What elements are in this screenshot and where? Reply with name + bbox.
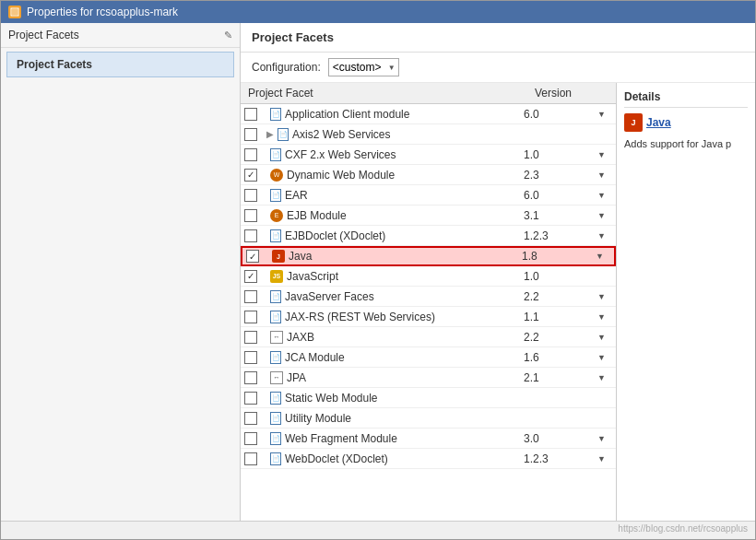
facet-checkbox-webdoclet[interactable] — [244, 452, 257, 465]
facet-label-app-client: Application Client module — [285, 108, 409, 121]
facet-version-dropdown-dynamic-web[interactable]: ▼ — [597, 170, 612, 180]
facet-row-webdoclet[interactable]: 📄 WebDoclet (XDoclet) 1.2.3 ▼ — [241, 449, 616, 469]
config-select-wrapper[interactable]: <custom> — [328, 58, 399, 76]
facet-row-web-fragment[interactable]: 📄 Web Fragment Module 3.0 ▼ — [241, 428, 616, 449]
facet-checkbox-jaxrs[interactable] — [244, 311, 257, 323]
edit-icon[interactable]: ✎ — [224, 29, 232, 41]
facet-checkbox-dynamic-web[interactable] — [244, 169, 257, 182]
watermark: https://blog.csdn.net/rcsoapplus — [618, 523, 748, 534]
facet-row-app-client[interactable]: 📄 Application Client module 6.0 ▼ — [241, 104, 616, 124]
facet-version-dropdown-jaxrs[interactable]: ▼ — [597, 312, 612, 322]
facet-row-jsf[interactable]: 📄 JavaServer Faces 2.2 ▼ — [241, 287, 616, 307]
sidebar-item-project-facets[interactable]: Project Facets — [6, 52, 234, 77]
facet-name-javascript: JS JavaScript — [265, 270, 524, 283]
doc-facet-icon: 📄 — [270, 108, 281, 121]
facet-checkbox-utility[interactable] — [244, 412, 257, 425]
left-panel-header: Project Facets ✎ — [1, 23, 240, 48]
doc-facet-icon: 📄 — [270, 189, 281, 202]
facet-label-webdoclet: WebDoclet (XDoclet) — [285, 452, 388, 465]
facet-version-dropdown-ejb[interactable]: ▼ — [597, 211, 612, 220]
facet-name-ear: 📄 EAR — [265, 189, 524, 202]
facet-checkbox-static-web[interactable] — [244, 392, 257, 405]
facet-row-java[interactable]: J Java 1.8 ▼ — [241, 246, 616, 266]
config-select[interactable]: <custom> — [328, 58, 399, 76]
facet-version-dropdown-webdoclet[interactable]: ▼ — [597, 454, 612, 464]
facet-version-dropdown-java[interactable]: ▼ — [596, 252, 610, 261]
facet-row-ejb[interactable]: E EJB Module 3.1 ▼ — [241, 205, 616, 226]
facet-row-dynamic-web[interactable]: W Dynamic Web Module 2.3 ▼ — [241, 165, 616, 185]
details-panel: Details J Java Adds support for Java p — [617, 83, 755, 521]
facet-checkbox-jaxb[interactable] — [244, 331, 257, 344]
facet-row-javascript[interactable]: JS JavaScript 1.0 — [241, 266, 616, 287]
facet-version-ejbdoclet: 1.2.3 — [524, 229, 597, 242]
facet-row-jca[interactable]: 📄 JCA Module 1.6 ▼ — [241, 347, 616, 368]
facet-row-static-web[interactable]: 📄 Static Web Module — [241, 388, 616, 408]
left-panel-title: Project Facets — [8, 29, 79, 41]
facet-row-ejbdoclet[interactable]: 📄 EJBDoclet (XDoclet) 1.2.3 ▼ — [241, 226, 616, 246]
facet-version-dropdown-jpa[interactable]: ▼ — [597, 373, 612, 382]
facet-row-jaxb[interactable]: ↔ JAXB 2.2 ▼ — [241, 327, 616, 347]
title-icon — [8, 6, 21, 18]
facets-list-area: Project Facet Version 📄 Application Clie… — [241, 83, 617, 521]
facet-checkbox-web-fragment[interactable] — [244, 432, 257, 445]
facet-version-jaxb: 2.2 — [524, 331, 597, 344]
facet-version-dropdown-jaxb[interactable]: ▼ — [597, 333, 612, 342]
facet-row-axis2[interactable]: ▶ 📄 Axis2 Web Services — [241, 124, 616, 145]
facet-version-javascript: 1.0 — [524, 270, 597, 283]
doc-facet-icon: 📄 — [270, 148, 281, 161]
facet-label-ejb: EJB Module — [287, 209, 347, 222]
js-facet-icon: JS — [270, 270, 283, 283]
doc-facet-icon: 📄 — [270, 412, 281, 425]
facet-label-jaxrs: JAX-RS (REST Web Services) — [285, 311, 435, 323]
facet-name-jaxrs: 📄 JAX-RS (REST Web Services) — [265, 311, 524, 323]
facet-checkbox-cxf[interactable] — [244, 148, 257, 161]
facet-checkbox-ear[interactable] — [244, 189, 257, 202]
facet-checkbox-ejbdoclet[interactable] — [244, 229, 257, 242]
bottom-bar: https://blog.csdn.net/rcsoapplus — [1, 521, 755, 539]
facet-row-utility[interactable]: 📄 Utility Module — [241, 408, 616, 428]
facet-version-dropdown-jsf[interactable]: ▼ — [597, 292, 612, 301]
facet-version-webdoclet: 1.2.3 — [524, 452, 597, 465]
left-panel: Project Facets ✎ Project Facets — [1, 23, 241, 521]
jpa-facet-icon: ↔ — [270, 371, 283, 384]
doc-facet-icon: 📄 — [270, 311, 281, 323]
facet-version-dropdown-jca[interactable]: ▼ — [597, 353, 612, 362]
facet-row-jaxrs[interactable]: 📄 JAX-RS (REST Web Services) 1.1 ▼ — [241, 307, 616, 327]
facet-label-dynamic-web: Dynamic Web Module — [287, 169, 395, 182]
details-java-link[interactable]: Java — [646, 116, 671, 129]
facet-row-ear[interactable]: 📄 EAR 6.0 ▼ — [241, 185, 616, 205]
facets-container: Project Facet Version 📄 Application Clie… — [241, 83, 755, 521]
facet-expand-axis2[interactable]: ▶ — [266, 129, 274, 139]
facet-name-ejbdoclet: 📄 EJBDoclet (XDoclet) — [265, 229, 524, 242]
facet-label-utility: Utility Module — [285, 412, 351, 425]
facet-label-web-fragment: Web Fragment Module — [285, 432, 397, 445]
facet-checkbox-java[interactable] — [246, 250, 259, 263]
facet-checkbox-axis2[interactable] — [244, 128, 257, 141]
col-version-header: Version — [535, 87, 608, 100]
facet-version-dropdown-ejbdoclet[interactable]: ▼ — [597, 231, 612, 241]
content-area: Project Facets ✎ Project Facets Project … — [1, 23, 755, 521]
doc-facet-icon: 📄 — [270, 229, 281, 242]
facet-version-dropdown-app-client[interactable]: ▼ — [597, 110, 612, 119]
facet-row-cxf[interactable]: 📄 CXF 2.x Web Services 1.0 ▼ — [241, 145, 616, 165]
facet-checkbox-jca[interactable] — [244, 351, 257, 364]
facet-checkbox-app-client[interactable] — [244, 108, 257, 121]
facet-version-dropdown-web-fragment[interactable]: ▼ — [597, 434, 612, 443]
title-text: Properties for rcsoapplus-mark — [27, 6, 178, 18]
facet-version-dynamic-web: 2.3 — [524, 169, 597, 182]
facet-label-jaxb: JAXB — [287, 331, 314, 344]
facet-name-dynamic-web: W Dynamic Web Module — [265, 169, 524, 182]
facet-checkbox-jpa[interactable] — [244, 371, 257, 384]
facet-name-app-client: 📄 Application Client module — [265, 108, 524, 121]
facet-checkbox-ejb[interactable] — [244, 209, 257, 222]
facet-version-dropdown-ear[interactable]: ▼ — [597, 191, 612, 200]
facet-row-jpa[interactable]: ↔ JPA 2.1 ▼ — [241, 368, 616, 388]
dynamic-facet-icon: W — [270, 169, 283, 182]
details-java-icon: J — [624, 113, 643, 132]
facet-version-dropdown-cxf[interactable]: ▼ — [597, 150, 612, 159]
facet-checkbox-javascript[interactable] — [244, 270, 257, 283]
facets-list: 📄 Application Client module 6.0 ▼ ▶ 📄 Ax… — [241, 104, 616, 469]
col-facet-header: Project Facet — [248, 87, 535, 100]
facet-version-ear: 6.0 — [524, 189, 597, 202]
facet-checkbox-jsf[interactable] — [244, 290, 257, 303]
